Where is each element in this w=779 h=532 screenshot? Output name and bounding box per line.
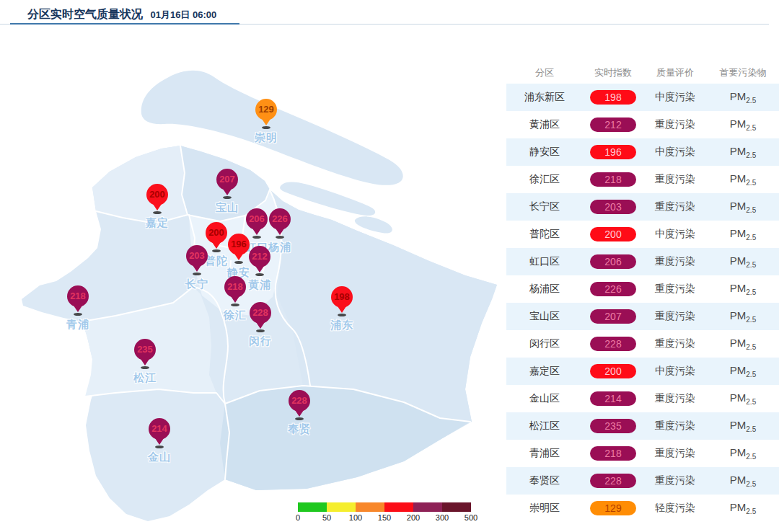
aqi-cell: 200 (583, 227, 643, 241)
primary-pollutant: PM2.5 (707, 364, 779, 378)
quality-rating: 重度污染 (643, 474, 707, 487)
aqi-badge: 228 (590, 337, 636, 351)
quality-rating: 重度污染 (643, 118, 707, 131)
map-district-jiading (92, 146, 188, 223)
marker-label: 松江 (102, 371, 188, 385)
table-row: 松江区235重度污染PM2.5 (506, 412, 779, 440)
aqi-cell: 228 (583, 337, 643, 351)
marker-balloon[interactable]: 207 (216, 169, 238, 190)
marker-balloon[interactable]: 228 (250, 302, 271, 324)
district-name: 青浦区 (506, 447, 583, 460)
aqi-badge: 212 (590, 118, 636, 132)
table-row: 奉贤区228重度污染PM2.5 (506, 467, 779, 495)
marker-shadow (155, 445, 164, 448)
marker-shadow (295, 417, 304, 420)
aqi-cell: 228 (583, 474, 643, 488)
quality-rating: 重度污染 (643, 255, 707, 268)
aqi-badge: 235 (590, 419, 636, 433)
primary-pollutant: PM2.5 (707, 227, 779, 241)
aqi-badge: 200 (590, 364, 636, 378)
marker-balloon[interactable]: 200 (206, 222, 227, 244)
marker-shadow (74, 313, 82, 316)
aqi-cell: 207 (583, 309, 643, 324)
table-row: 黄浦区212重度污染PM2.5 (506, 111, 779, 138)
marker-balloon[interactable]: 198 (331, 286, 353, 308)
quality-rating: 重度污染 (643, 310, 707, 323)
district-name: 闵行区 (506, 337, 583, 350)
marker-label: 金山 (116, 451, 203, 464)
quality-rating: 轻度污染 (643, 502, 707, 515)
marker-balloon[interactable]: 200 (146, 184, 168, 205)
aqi-table: 分区 实时指数 质量评价 首要污染物 浦东新区198中度污染PM2.5黄浦区21… (506, 62, 779, 522)
marker-shadow (338, 314, 346, 316)
table-row: 嘉定区200中度污染PM2.5 (506, 358, 779, 385)
marker-balloon[interactable]: 203 (186, 245, 208, 267)
legend-segment (327, 502, 356, 512)
marker-label: 闵行 (217, 334, 304, 348)
legend-segment (384, 502, 413, 512)
marker-value: 198 (334, 286, 350, 308)
table-row: 宝山区207重度污染PM2.5 (506, 303, 779, 330)
primary-pollutant: PM2.5 (707, 309, 779, 324)
marker-label: 嘉定 (114, 216, 201, 230)
quality-rating: 中度污染 (643, 228, 707, 241)
marker-balloon[interactable]: 206 (246, 208, 268, 230)
aqi-badge: 226 (590, 282, 636, 296)
marker-shadow (256, 329, 265, 332)
table-row: 杨浦区226重度污染PM2.5 (506, 275, 779, 303)
marker-balloon[interactable]: 226 (269, 208, 291, 230)
table-row: 静安区196中度污染PM2.5 (506, 138, 779, 166)
legend-segment (356, 502, 384, 512)
aqi-cell: 212 (583, 118, 643, 132)
legend-segment (442, 502, 471, 512)
quality-rating: 重度污染 (643, 200, 707, 213)
aqi-badge: 218 (590, 172, 636, 187)
col-header-index: 实时指数 (583, 66, 643, 79)
marker-label: 青浦 (35, 318, 121, 332)
table-row: 普陀区200中度污染PM2.5 (506, 221, 779, 248)
aqi-color-legend: 050100150200300500 (298, 502, 471, 524)
aqi-badge: 198 (590, 90, 636, 105)
aqi-table-body: 浦东新区198中度污染PM2.5黄浦区212重度污染PM2.5静安区196中度污… (506, 84, 779, 522)
primary-pollutant: PM2.5 (707, 118, 779, 132)
aqi-badge: 214 (590, 391, 636, 406)
legend-tick: 150 (378, 513, 391, 522)
aqi-badge: 129 (590, 501, 636, 515)
aqi-cell: 196 (583, 145, 643, 159)
marker-value: 235 (137, 339, 153, 360)
table-row: 青浦区218重度污染PM2.5 (506, 440, 779, 467)
marker-shadow (193, 272, 201, 275)
primary-pollutant: PM2.5 (707, 254, 779, 269)
marker-balloon[interactable]: 212 (249, 246, 270, 267)
table-row: 长宁区203重度污染PM2.5 (506, 193, 779, 221)
marker-value: 218 (70, 285, 86, 307)
marker-balloon[interactable]: 218 (67, 285, 89, 307)
marker-balloon[interactable]: 228 (289, 390, 310, 412)
aqi-cell: 200 (583, 364, 643, 378)
quality-rating: 中度污染 (643, 365, 707, 378)
marker-balloon[interactable]: 129 (255, 99, 277, 120)
district-name: 徐汇区 (506, 173, 583, 186)
primary-pollutant: PM2.5 (707, 391, 779, 406)
district-name: 宝山区 (506, 310, 583, 323)
marker-balloon[interactable]: 196 (228, 234, 250, 255)
marker-value: 206 (249, 208, 265, 230)
marker-value: 212 (252, 246, 268, 267)
primary-pollutant: PM2.5 (707, 90, 779, 105)
marker-shadow (212, 249, 221, 252)
quality-rating: 重度污染 (643, 420, 707, 433)
marker-balloon[interactable]: 218 (224, 276, 246, 298)
marker-balloon[interactable]: 214 (149, 418, 170, 440)
marker-shadow (231, 303, 239, 306)
table-row: 虹口区206重度污染PM2.5 (506, 248, 779, 275)
district-name: 金山区 (506, 392, 583, 405)
district-name: 静安区 (506, 146, 583, 159)
district-name: 杨浦区 (506, 283, 583, 296)
primary-pollutant: PM2.5 (707, 200, 779, 214)
quality-rating: 重度污染 (643, 173, 707, 186)
aqi-legend-bar (298, 502, 471, 512)
marker-shadow (276, 236, 284, 239)
marker-balloon[interactable]: 235 (134, 339, 156, 360)
legend-tick: 500 (465, 513, 477, 522)
table-row: 崇明区129轻度污染PM2.5 (506, 495, 779, 522)
